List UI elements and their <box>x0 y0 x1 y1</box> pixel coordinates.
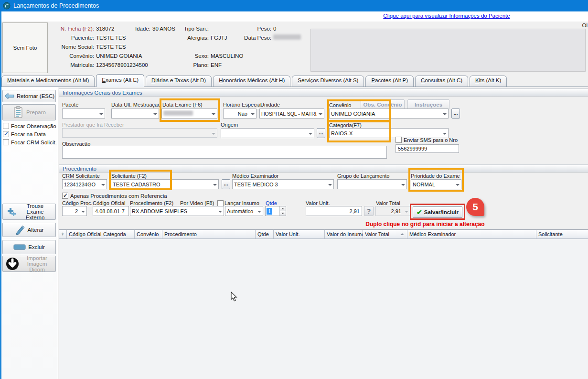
grid-hint-text: Duplo clique no grid para iniciar a alte… <box>334 221 516 227</box>
col-valor-unit[interactable]: Valor Unit. <box>274 230 325 238</box>
exames-section-header: Informações Gerais dos Exames <box>59 88 588 97</box>
tab-honorarios[interactable]: Honorários Médicos (Alt H) <box>213 76 290 87</box>
categoria-label: Categoria(F7) <box>329 122 362 128</box>
focar-na-data-checkbox[interactable]: Focar na Data <box>3 131 46 137</box>
tab-exames[interactable]: Exames (Alt E) <box>96 74 144 87</box>
tab-servicos[interactable]: Serviços Diversos (Alt S) <box>292 76 364 87</box>
plano-value: ENF <box>209 62 222 68</box>
tab-kits[interactable]: Kits (Alt K) <box>470 76 507 87</box>
plano-label: Plano: <box>153 62 209 68</box>
lancar-insumo-select[interactable]: Automático <box>225 206 263 216</box>
minus-icon <box>13 244 26 250</box>
lancar-insumo-label: Lançar Insumo <box>225 200 259 206</box>
sms-numero-input[interactable]: 5562999999 <box>396 144 459 153</box>
patient-info-col4: Peso:0 Data Peso: <box>215 24 301 42</box>
focar-crm-checkbox[interactable]: Focar CRM Solicit. <box>3 139 57 145</box>
prestador-label: Prestador que Irá Receber <box>62 122 124 128</box>
grid-header: Código Oficial Categoria Convênio Proced… <box>59 229 588 239</box>
chevron-down-icon <box>249 109 256 118</box>
crm-solicitante-select[interactable]: 12341234GO <box>62 179 107 189</box>
alergias-label: Alergias: <box>153 35 209 41</box>
unidade-label: Unidade <box>260 102 280 108</box>
codigo-oficial-input[interactable]: 4.08.08.01-7 <box>93 206 129 216</box>
importar-dicom-button[interactable]: Importar Imagem Dicom <box>2 256 56 272</box>
solicitante-browse-button[interactable]: ... <box>222 179 230 189</box>
patient-header: Sem Foto N. Ficha (F2):318072 Paciente:T… <box>0 22 588 74</box>
horario-especial-label: Horário Especial <box>223 102 262 108</box>
chevron-down-icon <box>454 180 461 189</box>
tipo-san-label: Tipo San.: <box>153 26 209 32</box>
chevron-down-icon <box>403 206 410 216</box>
checkbox-icon <box>3 123 9 129</box>
apenas-referencia-checkbox[interactable]: Apenas Procedimentos com Referencia <box>62 193 167 199</box>
checkbox-icon <box>3 139 9 145</box>
data-exame-select[interactable] <box>161 108 217 119</box>
spinner-down-icon[interactable] <box>279 211 286 216</box>
instrucoes-button[interactable]: Instruções <box>407 99 449 109</box>
help-icon[interactable]: ? <box>364 206 374 216</box>
focar-observacao-checkbox[interactable]: Focar Observação <box>3 123 56 129</box>
sexo-value: MASCULINO <box>209 53 243 59</box>
col-codigo-oficial[interactable]: Código Oficial <box>67 230 101 238</box>
solicitante-select[interactable]: TESTE CADASTRO <box>111 179 219 189</box>
col-valor-total[interactable]: Valor Total <box>363 230 407 238</box>
col-categoria[interactable]: Categoria <box>101 230 135 238</box>
convenio-browse-button[interactable]: ... <box>451 108 460 119</box>
data-ult-label: Data Ult. Mestruação <box>111 102 160 108</box>
col-valor-insumo[interactable]: Valor do Insumo <box>325 230 363 238</box>
chevron-down-icon <box>99 180 107 189</box>
enviar-sms-checkbox[interactable]: Enviar SMS para o Nro <box>396 137 458 143</box>
salvar-incluir-button[interactable]: Salvar/Incluir <box>413 206 462 218</box>
trouxe-exame-externo-button[interactable]: Trouxe Exame Externo <box>2 204 56 220</box>
pacote-select[interactable] <box>62 108 105 119</box>
link-row: Clique aqui para visualizar Informações … <box>0 11 588 22</box>
col-convenio[interactable]: Convênio <box>135 230 162 238</box>
medico-examinador-select[interactable]: TESTE MEDICO 3 <box>232 179 334 189</box>
matricula-label: Matricula: <box>26 62 94 68</box>
green-check-icon <box>417 208 422 216</box>
unidade-select[interactable]: HOSPITAL SQL - MATRIZ <box>259 108 324 119</box>
retornar-button[interactable]: Retornar (ESC) <box>2 90 56 102</box>
col-procedimento[interactable]: Procedimento <box>162 230 256 238</box>
patient-info-link[interactable]: Clique aqui para visualizar Informações … <box>334 13 559 19</box>
chevron-down-icon <box>216 206 224 216</box>
obs-convenio-button[interactable]: Obs. Convênio <box>361 99 405 109</box>
procedimento-section-header: Procedimento <box>59 164 588 173</box>
crm-solicitante-label: CRM Solicitante <box>62 173 100 179</box>
data-peso-redacted-value <box>273 34 301 40</box>
col-qtde[interactable]: Qtde <box>256 230 274 238</box>
excluir-button[interactable]: Excluir <box>2 240 56 254</box>
data-ult-select[interactable] <box>111 108 159 119</box>
origem-select[interactable] <box>221 128 314 138</box>
origem-browse-button[interactable]: ... <box>317 128 325 138</box>
qtde-stepper[interactable]: 1 <box>265 206 286 216</box>
col-solicitante[interactable]: Solicitante <box>536 230 588 238</box>
horario-especial-select[interactable]: Não <box>223 108 257 119</box>
chevron-down-icon <box>399 180 406 189</box>
data-exame-redacted-value <box>163 110 193 116</box>
spinner-up-icon[interactable] <box>279 206 286 211</box>
sexo-label: Sexo: <box>153 53 209 59</box>
grupo-lancamento-select[interactable] <box>337 179 407 189</box>
observacao-input[interactable] <box>62 146 387 159</box>
checkbox-checked-icon <box>3 131 9 137</box>
col-medico-examinador[interactable]: Médico Examinador <box>407 230 536 238</box>
data-exame-label: Data Exame (F6) <box>162 102 203 108</box>
alterar-button[interactable]: Alterar <box>2 223 56 237</box>
tab-materiais[interactable]: Materiais e Medicamentos (Alt M) <box>1 76 95 87</box>
tab-consultas[interactable]: Consultas (Alt C) <box>415 76 468 87</box>
preparo-button[interactable]: Preparo <box>2 104 56 120</box>
tab-pacotes[interactable]: Pacotes (Alt P) <box>365 76 414 87</box>
valor-unit-input[interactable]: 2,91 <box>306 206 362 216</box>
convenio-select[interactable]: UNIMED GOIANIA <box>329 108 449 119</box>
peso-label: Peso: <box>215 26 271 32</box>
prioridade-select[interactable]: NORMAL <box>411 179 461 189</box>
codigo-proc-select[interactable]: 2 <box>62 206 87 216</box>
nome-social-label: Nome Social: <box>26 44 94 50</box>
chevron-down-icon <box>326 180 333 189</box>
convenio-label: Convênio: <box>26 53 94 59</box>
tab-diarias[interactable]: Diárias e Taxas (Alt D) <box>146 76 212 87</box>
prestador-select[interactable] <box>62 128 217 138</box>
procedimento-select[interactable]: RX ABDOME SIMPLES <box>130 206 224 216</box>
grid-body[interactable]: <Sem Registros> <box>59 239 588 379</box>
